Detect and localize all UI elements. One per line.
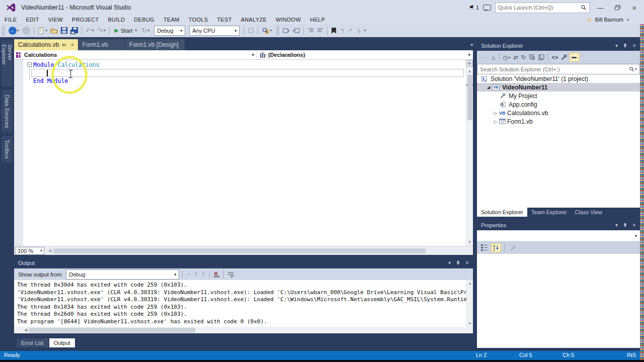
tree-row-my-project[interactable]: My Project [477,92,640,100]
toolbar-grip[interactable] [276,26,279,35]
property-pages-icon[interactable] [509,242,518,253]
output-source-combo[interactable]: Debug▾ [66,269,179,280]
restore-button[interactable] [611,2,624,13]
attach-process-icon[interactable] [246,25,256,36]
outdent-icon[interactable] [291,25,301,36]
previous-message-icon[interactable]: ↥ [192,269,199,280]
toolbar-grip[interactable] [2,26,5,35]
menu-project[interactable]: PROJECT [67,15,103,24]
categorized-icon[interactable] [479,242,490,253]
search-icon[interactable] [581,5,587,11]
splitter-handle[interactable]: ✣ [466,60,473,67]
properties-object-combo[interactable]: ▾ [477,230,640,241]
scroll-up-icon[interactable]: ▲ [466,69,473,73]
tab-server-explorer[interactable]: Server Explorer [2,40,13,86]
previous-bookmark-icon[interactable]: ↰ [338,25,346,36]
quick-launch-input[interactable] [498,5,581,11]
collapsed-icon[interactable]: ▷ [492,119,499,124]
collapsed-icon[interactable]: ▷ [492,111,499,116]
zoom-level-combo[interactable]: 100 % ▾ [15,247,44,255]
tree-row-project[interactable]: ◢ VB VideoNumber11 [477,83,640,92]
menu-debug[interactable]: DEBUG [129,15,159,24]
undo-button[interactable]: ↶▾ [84,25,96,36]
bookmark-icon[interactable] [330,25,338,36]
close-icon[interactable]: × [632,222,636,229]
feedback-chat-icon[interactable] [483,5,491,11]
scrollbar-thumb[interactable] [467,75,472,120]
restart-button[interactable]: ↻▾ [140,25,151,36]
menu-help[interactable]: HELP [305,15,330,24]
pin-icon[interactable] [62,43,67,47]
notifications-button[interactable]: ⚑ 1 [469,4,479,11]
forward-icon[interactable]: ◦ [485,52,490,63]
indent-icon[interactable] [281,25,291,36]
solution-configuration-combo[interactable]: Debug▾ [154,26,185,36]
sync-with-active-document-icon[interactable]: ⇄ [512,52,519,63]
solution-platform-combo[interactable]: Any CPU▾ [189,26,239,36]
close-icon[interactable]: × [632,42,636,49]
next-bookmark-icon[interactable]: ↱ [346,25,354,36]
next-message-icon[interactable]: ↧ [200,269,207,280]
tab-class-view[interactable]: Class View [571,207,606,217]
navigate-forward-button[interactable]: → [21,25,32,36]
pin-icon[interactable] [623,223,627,228]
tab-error-list[interactable]: Error List [17,338,48,347]
solution-explorer-search-box[interactable]: ▾ [477,64,640,74]
alphabetical-sort-icon[interactable]: AZ [491,243,501,252]
tab-overflow-icon[interactable]: ▾ [470,42,473,47]
quick-launch-box[interactable] [495,3,590,13]
comment-lines-icon[interactable] [306,25,315,36]
home-icon[interactable]: ⌂ [490,52,497,63]
menu-team[interactable]: TEAM [159,15,184,24]
word-wrap-icon[interactable] [226,269,236,280]
find-message-icon[interactable]: ⌕ [186,269,192,280]
properties-icon[interactable] [559,52,569,63]
navigate-backward-button[interactable]: ←▾ [7,25,21,36]
find-in-files-icon[interactable]: ▾ [260,25,273,36]
pin-icon[interactable] [623,43,627,48]
tab-calculations-vb[interactable]: Calculations.vb × [14,39,78,50]
solution-explorer-title-bar[interactable]: Solution Explorer ▾ × [477,40,640,51]
menu-build[interactable]: BUILD [103,15,129,24]
menu-view[interactable]: VIEW [44,15,67,24]
tree-row-solution[interactable]: Solution 'VideoNumber11' (1 project) [477,74,640,83]
open-file-button[interactable] [49,25,59,36]
collapse-region-icon[interactable]: − [27,62,32,67]
tab-team-explorer[interactable]: Team Explorer [527,207,571,217]
scope-dropdown[interactable]: Calculations ▾ [14,50,257,59]
window-position-icon[interactable]: ▾ [448,260,451,265]
show-all-files-icon[interactable] [537,52,546,63]
preview-selected-items-icon[interactable] [570,53,580,62]
window-position-icon[interactable]: ▾ [615,43,618,48]
redo-button[interactable]: ↷▾ [96,25,107,36]
close-icon[interactable]: × [70,42,73,48]
output-title-bar[interactable]: Output ▾ × [14,257,473,268]
clear-all-icon[interactable] [212,269,221,280]
output-content[interactable]: The thread 0x30d4 has exited with code 2… [14,280,473,327]
code-editor[interactable]: − Module Calculations End Module ▲ ▼ ✣ [14,60,473,246]
refresh-icon[interactable]: ↻ [520,52,528,63]
close-icon[interactable]: × [628,2,641,13]
scroll-up-icon[interactable]: ▲ [467,281,473,286]
member-dropdown[interactable]: (Declarations) ▾ [257,50,473,59]
output-hscroll-thumb[interactable] [29,328,195,333]
back-icon[interactable]: ◦ [480,52,485,63]
tab-output[interactable]: Output [49,338,75,347]
window-position-icon[interactable]: ▾ [615,222,618,228]
view-code-icon[interactable]: <> [550,52,560,63]
tab-toolbox[interactable]: Toolbox [2,136,13,163]
collapse-all-icon[interactable] [528,52,537,63]
user-dropdown-icon[interactable]: ▾ [627,18,629,22]
scroll-down-icon[interactable]: ▼ [466,240,473,244]
save-button[interactable] [59,25,69,36]
menu-file[interactable]: FILE [0,15,21,24]
properties-title-bar[interactable]: Properties ▾ × [477,220,640,230]
tree-row-form1-vb[interactable]: ▷ Form1.vb [477,117,640,126]
close-icon[interactable]: × [465,259,469,266]
editor-hscroll-thumb[interactable] [53,248,426,253]
editor-vertical-scrollbar[interactable]: ▲ ▼ [466,60,473,246]
start-debug-button[interactable]: ▶ Start ▾ [112,25,140,36]
hscroll-left-icon[interactable]: ◀ [48,248,51,253]
tree-row-calculations-vb[interactable]: ▷ VB Calculations.vb [477,109,640,117]
search-icon[interactable] [629,66,634,72]
